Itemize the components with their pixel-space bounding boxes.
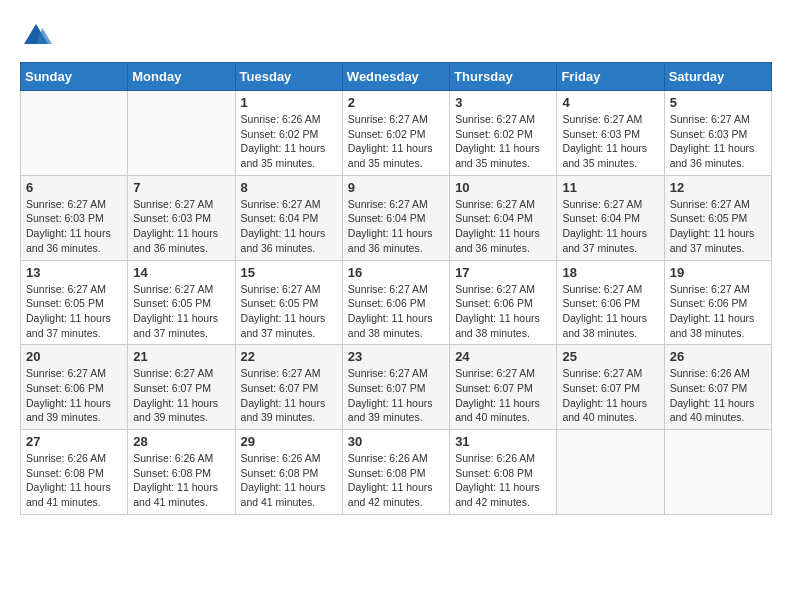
day-cell: 1Sunrise: 6:26 AM Sunset: 6:02 PM Daylig… bbox=[235, 91, 342, 176]
day-cell: 28Sunrise: 6:26 AM Sunset: 6:08 PM Dayli… bbox=[128, 430, 235, 515]
week-row-5: 27Sunrise: 6:26 AM Sunset: 6:08 PM Dayli… bbox=[21, 430, 772, 515]
day-number: 1 bbox=[241, 95, 337, 110]
day-number: 26 bbox=[670, 349, 766, 364]
day-info: Sunrise: 6:27 AM Sunset: 6:06 PM Dayligh… bbox=[455, 282, 551, 341]
day-number: 2 bbox=[348, 95, 444, 110]
header-day-saturday: Saturday bbox=[664, 63, 771, 91]
day-number: 13 bbox=[26, 265, 122, 280]
day-info: Sunrise: 6:27 AM Sunset: 6:06 PM Dayligh… bbox=[670, 282, 766, 341]
day-number: 6 bbox=[26, 180, 122, 195]
header-day-monday: Monday bbox=[128, 63, 235, 91]
day-info: Sunrise: 6:27 AM Sunset: 6:03 PM Dayligh… bbox=[670, 112, 766, 171]
day-info: Sunrise: 6:27 AM Sunset: 6:05 PM Dayligh… bbox=[670, 197, 766, 256]
day-cell: 29Sunrise: 6:26 AM Sunset: 6:08 PM Dayli… bbox=[235, 430, 342, 515]
day-cell: 14Sunrise: 6:27 AM Sunset: 6:05 PM Dayli… bbox=[128, 260, 235, 345]
day-info: Sunrise: 6:26 AM Sunset: 6:08 PM Dayligh… bbox=[26, 451, 122, 510]
day-number: 18 bbox=[562, 265, 658, 280]
week-row-4: 20Sunrise: 6:27 AM Sunset: 6:06 PM Dayli… bbox=[21, 345, 772, 430]
day-info: Sunrise: 6:27 AM Sunset: 6:03 PM Dayligh… bbox=[26, 197, 122, 256]
day-info: Sunrise: 6:27 AM Sunset: 6:05 PM Dayligh… bbox=[241, 282, 337, 341]
day-cell: 24Sunrise: 6:27 AM Sunset: 6:07 PM Dayli… bbox=[450, 345, 557, 430]
day-number: 12 bbox=[670, 180, 766, 195]
day-info: Sunrise: 6:27 AM Sunset: 6:04 PM Dayligh… bbox=[241, 197, 337, 256]
day-number: 27 bbox=[26, 434, 122, 449]
week-row-2: 6Sunrise: 6:27 AM Sunset: 6:03 PM Daylig… bbox=[21, 175, 772, 260]
day-cell: 21Sunrise: 6:27 AM Sunset: 6:07 PM Dayli… bbox=[128, 345, 235, 430]
day-cell: 19Sunrise: 6:27 AM Sunset: 6:06 PM Dayli… bbox=[664, 260, 771, 345]
day-cell: 30Sunrise: 6:26 AM Sunset: 6:08 PM Dayli… bbox=[342, 430, 449, 515]
day-number: 25 bbox=[562, 349, 658, 364]
day-number: 9 bbox=[348, 180, 444, 195]
day-info: Sunrise: 6:27 AM Sunset: 6:04 PM Dayligh… bbox=[455, 197, 551, 256]
header-row: SundayMondayTuesdayWednesdayThursdayFrid… bbox=[21, 63, 772, 91]
day-info: Sunrise: 6:26 AM Sunset: 6:07 PM Dayligh… bbox=[670, 366, 766, 425]
day-info: Sunrise: 6:26 AM Sunset: 6:02 PM Dayligh… bbox=[241, 112, 337, 171]
day-cell: 7Sunrise: 6:27 AM Sunset: 6:03 PM Daylig… bbox=[128, 175, 235, 260]
day-number: 16 bbox=[348, 265, 444, 280]
day-cell: 2Sunrise: 6:27 AM Sunset: 6:02 PM Daylig… bbox=[342, 91, 449, 176]
day-cell: 26Sunrise: 6:26 AM Sunset: 6:07 PM Dayli… bbox=[664, 345, 771, 430]
header-day-tuesday: Tuesday bbox=[235, 63, 342, 91]
day-info: Sunrise: 6:27 AM Sunset: 6:02 PM Dayligh… bbox=[348, 112, 444, 171]
day-cell: 22Sunrise: 6:27 AM Sunset: 6:07 PM Dayli… bbox=[235, 345, 342, 430]
day-info: Sunrise: 6:27 AM Sunset: 6:07 PM Dayligh… bbox=[241, 366, 337, 425]
day-info: Sunrise: 6:27 AM Sunset: 6:04 PM Dayligh… bbox=[348, 197, 444, 256]
header-day-thursday: Thursday bbox=[450, 63, 557, 91]
day-cell: 17Sunrise: 6:27 AM Sunset: 6:06 PM Dayli… bbox=[450, 260, 557, 345]
day-info: Sunrise: 6:26 AM Sunset: 6:08 PM Dayligh… bbox=[455, 451, 551, 510]
day-cell: 10Sunrise: 6:27 AM Sunset: 6:04 PM Dayli… bbox=[450, 175, 557, 260]
day-number: 24 bbox=[455, 349, 551, 364]
day-number: 8 bbox=[241, 180, 337, 195]
day-cell: 18Sunrise: 6:27 AM Sunset: 6:06 PM Dayli… bbox=[557, 260, 664, 345]
day-info: Sunrise: 6:26 AM Sunset: 6:08 PM Dayligh… bbox=[133, 451, 229, 510]
day-number: 3 bbox=[455, 95, 551, 110]
day-number: 5 bbox=[670, 95, 766, 110]
day-number: 29 bbox=[241, 434, 337, 449]
day-info: Sunrise: 6:27 AM Sunset: 6:06 PM Dayligh… bbox=[562, 282, 658, 341]
calendar-table: SundayMondayTuesdayWednesdayThursdayFrid… bbox=[20, 62, 772, 515]
day-cell: 20Sunrise: 6:27 AM Sunset: 6:06 PM Dayli… bbox=[21, 345, 128, 430]
day-number: 17 bbox=[455, 265, 551, 280]
day-info: Sunrise: 6:27 AM Sunset: 6:03 PM Dayligh… bbox=[562, 112, 658, 171]
day-number: 15 bbox=[241, 265, 337, 280]
day-number: 19 bbox=[670, 265, 766, 280]
day-info: Sunrise: 6:27 AM Sunset: 6:06 PM Dayligh… bbox=[348, 282, 444, 341]
day-cell: 4Sunrise: 6:27 AM Sunset: 6:03 PM Daylig… bbox=[557, 91, 664, 176]
day-cell: 8Sunrise: 6:27 AM Sunset: 6:04 PM Daylig… bbox=[235, 175, 342, 260]
calendar-header: SundayMondayTuesdayWednesdayThursdayFrid… bbox=[21, 63, 772, 91]
day-cell: 3Sunrise: 6:27 AM Sunset: 6:02 PM Daylig… bbox=[450, 91, 557, 176]
day-cell: 12Sunrise: 6:27 AM Sunset: 6:05 PM Dayli… bbox=[664, 175, 771, 260]
day-info: Sunrise: 6:27 AM Sunset: 6:07 PM Dayligh… bbox=[455, 366, 551, 425]
day-number: 28 bbox=[133, 434, 229, 449]
page-header bbox=[20, 20, 772, 52]
header-day-friday: Friday bbox=[557, 63, 664, 91]
week-row-3: 13Sunrise: 6:27 AM Sunset: 6:05 PM Dayli… bbox=[21, 260, 772, 345]
day-cell: 9Sunrise: 6:27 AM Sunset: 6:04 PM Daylig… bbox=[342, 175, 449, 260]
day-info: Sunrise: 6:26 AM Sunset: 6:08 PM Dayligh… bbox=[241, 451, 337, 510]
logo-icon bbox=[20, 20, 52, 52]
day-info: Sunrise: 6:27 AM Sunset: 6:07 PM Dayligh… bbox=[133, 366, 229, 425]
day-number: 4 bbox=[562, 95, 658, 110]
day-info: Sunrise: 6:27 AM Sunset: 6:03 PM Dayligh… bbox=[133, 197, 229, 256]
day-number: 21 bbox=[133, 349, 229, 364]
day-cell bbox=[664, 430, 771, 515]
day-number: 20 bbox=[26, 349, 122, 364]
day-number: 23 bbox=[348, 349, 444, 364]
day-info: Sunrise: 6:27 AM Sunset: 6:02 PM Dayligh… bbox=[455, 112, 551, 171]
day-cell bbox=[557, 430, 664, 515]
day-info: Sunrise: 6:26 AM Sunset: 6:08 PM Dayligh… bbox=[348, 451, 444, 510]
day-cell: 11Sunrise: 6:27 AM Sunset: 6:04 PM Dayli… bbox=[557, 175, 664, 260]
day-cell: 23Sunrise: 6:27 AM Sunset: 6:07 PM Dayli… bbox=[342, 345, 449, 430]
day-number: 11 bbox=[562, 180, 658, 195]
day-info: Sunrise: 6:27 AM Sunset: 6:07 PM Dayligh… bbox=[348, 366, 444, 425]
day-number: 14 bbox=[133, 265, 229, 280]
day-number: 31 bbox=[455, 434, 551, 449]
day-cell: 27Sunrise: 6:26 AM Sunset: 6:08 PM Dayli… bbox=[21, 430, 128, 515]
header-day-sunday: Sunday bbox=[21, 63, 128, 91]
day-info: Sunrise: 6:27 AM Sunset: 6:05 PM Dayligh… bbox=[26, 282, 122, 341]
day-cell bbox=[128, 91, 235, 176]
header-day-wednesday: Wednesday bbox=[342, 63, 449, 91]
day-number: 22 bbox=[241, 349, 337, 364]
day-info: Sunrise: 6:27 AM Sunset: 6:06 PM Dayligh… bbox=[26, 366, 122, 425]
day-cell: 15Sunrise: 6:27 AM Sunset: 6:05 PM Dayli… bbox=[235, 260, 342, 345]
